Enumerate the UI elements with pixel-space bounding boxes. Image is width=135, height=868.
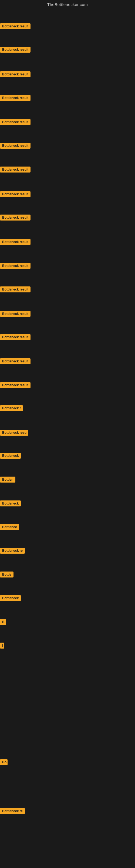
bottleneck-item-26: B — [0, 619, 6, 626]
bottleneck-item-5: Bottleneck result — [0, 119, 31, 126]
bottleneck-badge-28[interactable]: Bo — [0, 759, 8, 765]
bottleneck-badge-7[interactable]: Bottleneck result — [0, 166, 31, 173]
bottleneck-item-9: Bottleneck result — [0, 215, 31, 222]
bottleneck-item-4: Bottleneck result — [0, 95, 31, 102]
bottleneck-badge-14[interactable]: Bottleneck result — [0, 334, 31, 340]
bottleneck-badge-16[interactable]: Bottleneck result — [0, 382, 31, 388]
bottleneck-item-17: Bottleneck r — [0, 405, 23, 412]
bottleneck-item-1: Bottleneck result — [0, 23, 31, 30]
bottleneck-badge-24[interactable]: Bottle — [0, 571, 13, 578]
bottleneck-badge-26[interactable]: B — [0, 619, 6, 625]
bottleneck-badge-1[interactable]: Bottleneck result — [0, 23, 31, 29]
bottleneck-badge-4[interactable]: Bottleneck result — [0, 95, 31, 101]
bottleneck-badge-8[interactable]: Bottleneck result — [0, 191, 31, 197]
bottleneck-item-11: Bottleneck result — [0, 263, 31, 270]
bottleneck-item-16: Bottleneck result — [0, 382, 31, 389]
bottleneck-badge-21[interactable]: Bottleneck — [0, 500, 21, 506]
bottleneck-badge-19[interactable]: Bottleneck — [0, 453, 21, 459]
bottleneck-item-7: Bottleneck result — [0, 166, 31, 174]
bottleneck-badge-11[interactable]: Bottleneck result — [0, 263, 31, 269]
bottleneck-badge-9[interactable]: Bottleneck result — [0, 215, 31, 220]
bottleneck-item-3: Bottleneck result — [0, 71, 31, 79]
bottleneck-badge-10[interactable]: Bottleneck result — [0, 239, 31, 245]
bottleneck-badge-27[interactable]: l — [0, 643, 4, 649]
bottleneck-badge-13[interactable]: Bottleneck result — [0, 311, 31, 317]
site-title: TheBottlenecker.com — [0, 0, 135, 8]
bottleneck-item-28: Bo — [0, 759, 8, 766]
bottleneck-item-19: Bottleneck — [0, 453, 21, 460]
bottleneck-item-2: Bottleneck result — [0, 46, 31, 54]
bottleneck-item-23: Bottleneck re — [0, 548, 25, 555]
bottleneck-badge-23[interactable]: Bottleneck re — [0, 548, 25, 554]
bottleneck-item-18: Bottleneck resu — [0, 430, 28, 437]
bottleneck-item-12: Bottleneck result — [0, 286, 31, 293]
bottleneck-badge-2[interactable]: Bottleneck result — [0, 46, 31, 53]
bottleneck-badge-20[interactable]: Bottlen — [0, 476, 15, 483]
bottleneck-badge-18[interactable]: Bottleneck resu — [0, 430, 28, 436]
bottleneck-badge-5[interactable]: Bottleneck result — [0, 119, 31, 125]
bottleneck-badge-15[interactable]: Bottleneck result — [0, 358, 31, 364]
bottleneck-item-14: Bottleneck result — [0, 334, 31, 341]
bottleneck-badge-25[interactable]: Bottleneck — [0, 595, 21, 601]
bottleneck-badge-3[interactable]: Bottleneck result — [0, 71, 31, 77]
bottleneck-item-8: Bottleneck result — [0, 191, 31, 198]
bottleneck-badge-6[interactable]: Bottleneck result — [0, 143, 31, 149]
bottleneck-item-24: Bottle — [0, 571, 13, 579]
bottleneck-item-22: Bottlenec — [0, 524, 19, 531]
bottleneck-item-10: Bottleneck result — [0, 239, 31, 246]
bottleneck-badge-12[interactable]: Bottleneck result — [0, 286, 31, 292]
bottleneck-badge-17[interactable]: Bottleneck r — [0, 405, 23, 411]
bottleneck-badge-29[interactable]: Bottleneck re — [0, 808, 25, 814]
bottleneck-item-25: Bottleneck — [0, 595, 21, 602]
bottleneck-item-21: Bottleneck — [0, 500, 21, 507]
bottleneck-item-29: Bottleneck re — [0, 808, 25, 815]
bottleneck-item-13: Bottleneck result — [0, 311, 31, 318]
bottleneck-item-15: Bottleneck result — [0, 358, 31, 365]
bottleneck-badge-22[interactable]: Bottlenec — [0, 524, 19, 530]
bottleneck-item-27: l — [0, 643, 4, 650]
bottleneck-item-20: Bottlen — [0, 476, 15, 484]
bottleneck-item-6: Bottleneck result — [0, 143, 31, 150]
